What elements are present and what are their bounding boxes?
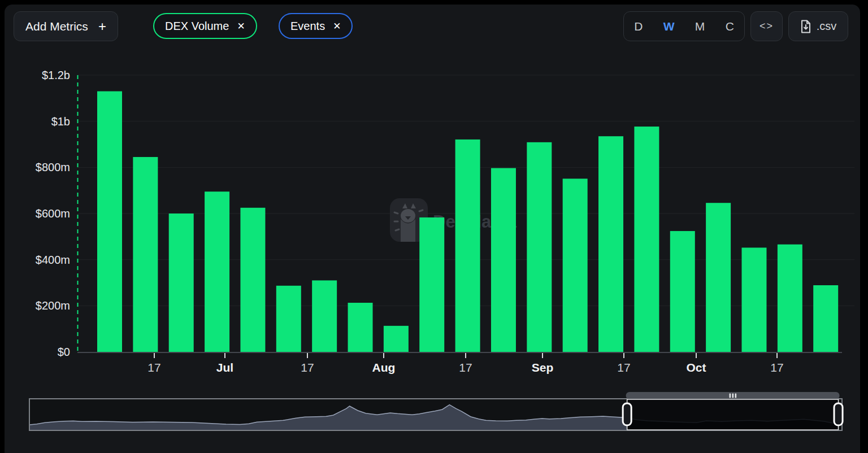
dex-volume-bar[interactable]	[527, 142, 552, 352]
download-csv-button[interactable]: .csv	[788, 11, 848, 41]
plus-icon: +	[98, 20, 106, 33]
dex-volume-bar[interactable]	[312, 280, 337, 352]
y-axis-label: $400m	[36, 254, 70, 266]
main-chart: $1.2b$1b$800m$600m$400m$200m$0DefiLlama1…	[0, 0, 868, 453]
download-csv-icon	[800, 20, 811, 33]
dex-volume-bar[interactable]	[169, 214, 194, 352]
dex-volume-bar[interactable]	[778, 245, 802, 352]
metric-pill-events[interactable]: Events ✕	[279, 13, 353, 39]
y-axis-label: $0	[58, 346, 70, 358]
x-axis-label: 17	[617, 361, 630, 374]
y-axis-label: $200m	[36, 299, 70, 312]
dex-volume-bar[interactable]	[384, 326, 409, 352]
dex-volume-bar[interactable]	[741, 247, 766, 352]
navigator	[29, 392, 843, 430]
x-axis-label: Sep	[532, 361, 554, 374]
dex-volume-bar[interactable]	[706, 203, 731, 352]
interval-option-daily[interactable]: D	[632, 20, 645, 33]
brush-grip-icon[interactable]	[735, 394, 737, 398]
close-icon[interactable]: ✕	[333, 21, 341, 31]
brush-handle-right[interactable]	[834, 403, 843, 425]
dex-volume-bar[interactable]	[598, 136, 623, 352]
interval-option-cumulative[interactable]: C	[723, 20, 736, 33]
y-axis-label: $600m	[36, 207, 70, 220]
x-axis-label: 17	[301, 361, 314, 374]
dex-volume-bar[interactable]	[491, 168, 516, 352]
x-axis-label: 17	[459, 361, 472, 374]
metric-pill-label: DEX Volume	[165, 20, 229, 33]
y-axis-label: $1b	[51, 115, 70, 128]
x-axis-label: Aug	[372, 361, 396, 374]
dex-volume-bar[interactable]	[276, 286, 301, 352]
dex-volume-bar[interactable]	[455, 140, 480, 352]
y-axis-label: $800m	[36, 161, 70, 173]
dex-volume-bar[interactable]	[240, 208, 265, 352]
brush-grip-icon[interactable]	[730, 394, 731, 398]
interval-option-weekly[interactable]: W	[661, 20, 677, 33]
close-icon[interactable]: ✕	[237, 21, 245, 31]
x-axis-label: 17	[147, 361, 160, 374]
add-metrics-button[interactable]: Add Metrics +	[14, 11, 118, 41]
dex-volume-bar[interactable]	[205, 191, 229, 352]
code-brackets-icon: <>	[760, 20, 774, 32]
brush-handle-left[interactable]	[623, 403, 631, 425]
dex-volume-bar[interactable]	[563, 178, 588, 352]
page: { "toolbar": { "add_metrics": { "label":…	[0, 0, 868, 453]
dex-volume-bar[interactable]	[419, 217, 444, 352]
dex-volume-bar[interactable]	[348, 303, 373, 352]
x-axis-label: Oct	[686, 361, 706, 374]
x-axis-label: Jul	[216, 361, 233, 374]
dex-volume-bar[interactable]	[133, 157, 158, 352]
interval-switcher: D W M C	[623, 11, 745, 41]
embed-chart-button[interactable]: <>	[750, 11, 783, 41]
brush-grip-icon[interactable]	[732, 394, 734, 398]
dex-volume-bar[interactable]	[670, 231, 695, 352]
metric-pill-label: Events	[290, 20, 325, 33]
csv-label: .csv	[817, 20, 837, 33]
dex-volume-bar[interactable]	[813, 285, 838, 352]
add-metrics-label: Add Metrics	[25, 20, 88, 33]
x-axis-label: 17	[770, 361, 783, 374]
dex-volume-bar[interactable]	[634, 127, 659, 352]
dex-volume-bar[interactable]	[97, 92, 122, 352]
metric-pill-dex-volume[interactable]: DEX Volume ✕	[153, 13, 257, 39]
y-axis-label: $1.2b	[42, 69, 70, 81]
interval-option-monthly[interactable]: M	[693, 20, 708, 33]
